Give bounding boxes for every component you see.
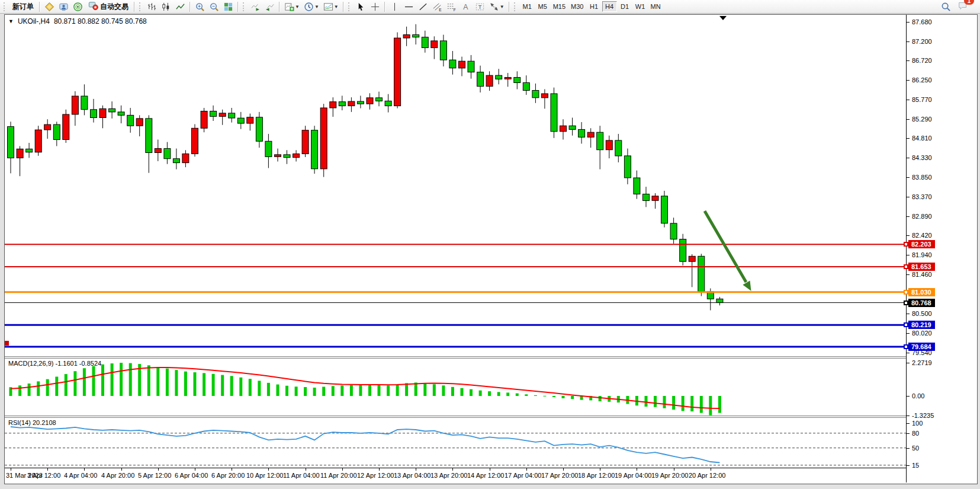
price-tick: [907, 177, 910, 178]
toolbar-drag-handle[interactable]: [348, 2, 352, 11]
price-line-anchor[interactable]: [904, 344, 908, 349]
price-line-anchor[interactable]: [904, 322, 908, 327]
signals-button[interactable]: [71, 1, 85, 12]
text-button[interactable]: A: [459, 1, 473, 12]
time-tick: [526, 468, 527, 471]
chart-shift-marker[interactable]: [719, 16, 727, 20]
macd-panel[interactable]: MACD(12,26,9) -1.1601 -0.8524: [5, 359, 906, 416]
rsi-panel[interactable]: RSI(14) 20.2108: [5, 418, 906, 468]
cursor-button[interactable]: [354, 1, 368, 12]
price-tick: [907, 138, 910, 139]
time-tick: [490, 468, 490, 471]
time-tick: [637, 468, 637, 471]
line-chart-button[interactable]: [173, 1, 187, 12]
toolbar-drag-handle[interactable]: [4, 2, 7, 11]
price-line-anchor[interactable]: [904, 290, 908, 295]
timeframe-m15-button[interactable]: M15: [551, 1, 568, 12]
template-dropdown-icon[interactable]: ▼: [334, 4, 339, 9]
price-line-label: 81.653: [908, 263, 935, 271]
equidistant-channel-button[interactable]: E: [430, 1, 444, 12]
timeframe-h4-button[interactable]: H4: [602, 1, 617, 12]
rsi-chart: [5, 418, 906, 468]
crosshair-button[interactable]: [368, 1, 382, 12]
chart-profile-prev-icon: [265, 2, 275, 12]
time-tick-label: 11 Apr 04:00: [283, 472, 320, 479]
new-chart-button[interactable]: ▼: [282, 1, 301, 12]
timeframe-m1-button[interactable]: M1: [520, 1, 535, 12]
trend-arrow[interactable]: [705, 211, 751, 291]
toolbar-separator: [134, 2, 135, 12]
time-axis[interactable]: 31 Mar 20233 Apr 12:004 Apr 04:004 Apr 2…: [5, 468, 906, 483]
rsi-tick-label: 100: [912, 420, 923, 427]
object-anchor-marker[interactable]: [5, 341, 9, 346]
timeframe-mn-button[interactable]: MN: [648, 1, 663, 12]
arrows-tool-button[interactable]: ▼: [487, 1, 506, 12]
toolbar-drag-handle[interactable]: [514, 2, 518, 11]
arrows-tool-icon: [489, 2, 499, 12]
price-tick-label: 83.370: [912, 193, 932, 200]
time-tick: [158, 468, 159, 471]
price-tick: [907, 274, 910, 275]
new-order-button[interactable]: 新订单: [9, 1, 37, 12]
rsi-tick: [907, 448, 910, 449]
rsi-tick: [907, 433, 910, 434]
price-axis[interactable]: 87.68087.20086.72086.25085.77085.29084.8…: [906, 15, 977, 482]
price-line-label: 80.219: [908, 321, 935, 329]
periods-clock-button[interactable]: ▼: [302, 1, 321, 12]
text-label-button[interactable]: T: [473, 1, 487, 12]
time-tick-label: 13 Apr 04:00: [394, 472, 430, 479]
time-tick: [342, 468, 343, 471]
toolbar-drag-handle[interactable]: [243, 2, 246, 11]
timeframe-w1-button[interactable]: W1: [633, 1, 648, 12]
zoom-in-button[interactable]: [193, 1, 207, 12]
vertical-line-button[interactable]: [388, 1, 401, 12]
chart-profile-prev-button[interactable]: [263, 1, 277, 12]
bar-chart-button[interactable]: [145, 1, 159, 12]
time-tick: [268, 468, 269, 471]
search-button[interactable]: [939, 1, 953, 12]
chart-template-button[interactable]: ▼: [322, 1, 340, 12]
fibonacci-button[interactable]: F: [445, 1, 458, 12]
timeframe-h1-button[interactable]: H1: [587, 1, 602, 12]
toolbar-separator: [39, 2, 40, 12]
toolbar-separator: [509, 2, 510, 12]
ohlc-values-label: 80.871 80.882 80.745 80.768: [54, 17, 147, 25]
symbol-dropdown-icon[interactable]: ▼: [8, 18, 14, 24]
timeframe-m5-button[interactable]: M5: [535, 1, 550, 12]
price-line-anchor[interactable]: [904, 242, 908, 247]
trendline-button[interactable]: [416, 1, 430, 12]
zoom-out-button[interactable]: [207, 1, 221, 12]
chart-profile-next-button[interactable]: [249, 1, 262, 12]
toolbar-drag-handle[interactable]: [139, 2, 143, 11]
tile-windows-button[interactable]: [221, 1, 235, 12]
macd-tick: [907, 363, 910, 363]
toolbar-separator: [189, 2, 191, 12]
price-tick: [907, 255, 910, 255]
toolbar-separator: [279, 2, 280, 12]
price-line-anchor[interactable]: [904, 301, 908, 305]
expert-advisor-button[interactable]: [57, 1, 70, 12]
macd-chart: [5, 359, 906, 416]
timeframe-m30-button[interactable]: M30: [568, 1, 586, 12]
horizontal-line-button[interactable]: [402, 1, 416, 12]
price-line-label: 80.768: [908, 299, 935, 307]
time-tick: [674, 468, 674, 471]
price-panel[interactable]: ▼ UKOil-,H4 80.871 80.882 80.745 80.768: [5, 15, 906, 356]
price-line-anchor[interactable]: [904, 264, 908, 269]
time-tick-label: 5 Apr 12:00: [138, 472, 171, 479]
chart-window: ▼ UKOil-,H4 80.871 80.882 80.745 80.768 …: [4, 14, 978, 484]
arrows-dropdown-icon[interactable]: ▼: [500, 4, 505, 9]
price-tick-label: 87.680: [912, 18, 932, 25]
time-tick-label: 6 Apr 20:00: [211, 472, 245, 479]
price-tick-label: 81.460: [912, 271, 932, 278]
toolbar-separator: [343, 2, 344, 12]
candlestick-chart-button[interactable]: [159, 1, 173, 12]
periods-dropdown-icon[interactable]: ▼: [314, 4, 319, 9]
price-tick-label: 82.420: [912, 232, 932, 239]
new-chart-dropdown-icon[interactable]: ▼: [295, 4, 300, 9]
timeframe-d1-button[interactable]: D1: [618, 1, 632, 12]
autotrading-button[interactable]: 自动交易: [85, 1, 131, 12]
time-tick: [84, 468, 85, 471]
price-tick-label: 80.020: [912, 330, 932, 337]
rhombus-button[interactable]: [43, 1, 56, 12]
